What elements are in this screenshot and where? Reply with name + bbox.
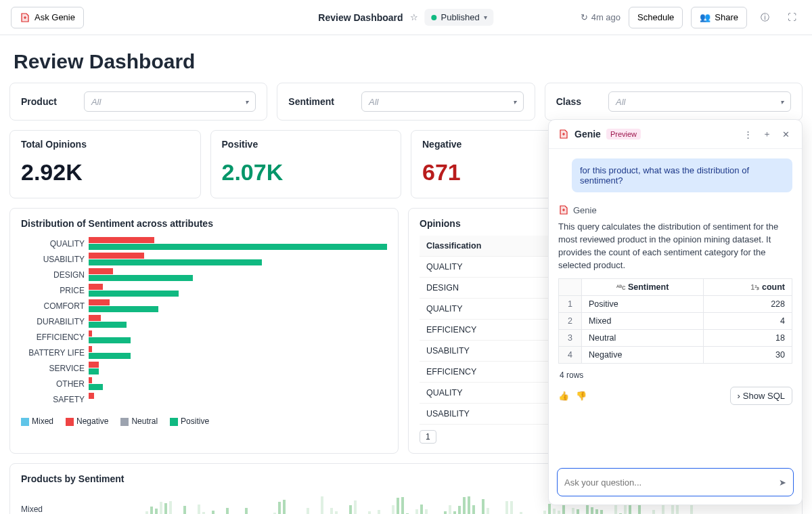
bar-segment: [89, 322, 127, 328]
bar-row: DESIGN: [21, 267, 387, 282]
bar-segment: [89, 284, 103, 290]
legend-item: Mixed: [21, 416, 53, 426]
filter-select[interactable]: All▾: [361, 91, 524, 112]
filter-card: Sentiment All▾: [277, 83, 535, 121]
filter-label: Sentiment: [288, 96, 334, 107]
stat-value: 2.92K: [21, 159, 189, 186]
genie-icon: [558, 205, 569, 215]
distribution-title: Distribution of Sentiment across attribu…: [21, 218, 387, 229]
legend-swatch: [66, 418, 74, 426]
filters-row: Product All▾Sentiment All▾Class All▾: [9, 83, 803, 121]
bar-segment: [89, 237, 154, 243]
ask-genie-button[interactable]: Ask Genie: [11, 7, 84, 28]
refresh-ago-label: 4m ago: [591, 12, 621, 22]
chevron-down-icon: ▾: [780, 98, 784, 106]
filter-card: Product All▾: [9, 83, 267, 121]
bar-category: DURABILITY: [21, 317, 89, 326]
schedule-button[interactable]: Schedule: [629, 7, 683, 28]
bar-segment: [89, 275, 193, 281]
bar-segment: [89, 353, 131, 359]
bar-row: OTHER: [21, 376, 387, 391]
refresh-icon: ↻: [581, 12, 588, 22]
bar-segment: [89, 268, 113, 274]
bar-row: EFFICIENCY: [21, 329, 387, 345]
genie-input-wrap: ➤: [549, 460, 802, 505]
bar-segment: [89, 291, 179, 297]
bar-segment: [89, 315, 101, 321]
bar-segment: [89, 384, 103, 390]
thumbs-up-icon[interactable]: 👍: [558, 391, 569, 401]
bar-category: SAFETY: [21, 395, 89, 404]
genie-input[interactable]: [564, 477, 779, 488]
filter-select[interactable]: All▾: [84, 91, 256, 112]
bar-row: SAFETY: [21, 391, 387, 407]
bar-segment: [89, 337, 131, 343]
products-row-label: Mixed: [21, 491, 75, 514]
topbar-right: ↻ 4m ago Schedule 👥 Share ⓘ ⛶: [581, 7, 801, 28]
bar-segment: [89, 377, 92, 383]
main-content: Review Dashboard Product All▾Sentiment A…: [0, 35, 812, 514]
send-icon[interactable]: ➤: [779, 477, 786, 488]
bar-row: DURABILITY: [21, 314, 387, 329]
close-icon[interactable]: ✕: [779, 129, 792, 140]
table-row[interactable]: 4Negative30: [559, 347, 792, 364]
bar-category: SERVICE: [21, 364, 89, 373]
legend-item: Positive: [170, 416, 209, 426]
bar-segment: [89, 244, 387, 250]
filter-label: Product: [21, 96, 57, 107]
preview-badge: Preview: [606, 129, 641, 140]
table-row[interactable]: 1Positive228: [559, 296, 792, 313]
bar-row: PRICE: [21, 282, 387, 298]
bar-category: USABILITY: [21, 255, 89, 264]
distribution-chart: QUALITYUSABILITYDESIGNPRICECOMFORTDURABI…: [21, 236, 387, 407]
table-header: 1²₃ count: [704, 279, 792, 296]
share-button[interactable]: 👥 Share: [691, 7, 747, 28]
bar-category: COMFORT: [21, 301, 89, 311]
user-message: for this product, what was the distribut…: [572, 158, 792, 192]
bar-segment: [89, 346, 92, 352]
legend-swatch: [170, 418, 178, 426]
bar-row: USABILITY: [21, 251, 387, 267]
legend-item: Negative: [66, 416, 108, 426]
refresh-ago[interactable]: ↻ 4m ago: [581, 12, 621, 22]
table-row[interactable]: 2Mixed4: [559, 313, 792, 330]
bot-name: Genie: [573, 205, 597, 215]
page-title: Review Dashboard: [14, 50, 798, 73]
genie-header: Genie Preview ⋮ ＋ ✕: [549, 120, 802, 149]
bar-category: BATTERY LIFE: [21, 348, 89, 358]
thumbs-down-icon[interactable]: 👎: [576, 391, 587, 401]
add-icon[interactable]: ＋: [760, 128, 773, 140]
page-number[interactable]: 1: [420, 430, 436, 444]
bar-row: QUALITY: [21, 236, 387, 251]
more-icon[interactable]: ⋮: [741, 129, 754, 140]
status-label: Published: [441, 12, 480, 22]
show-sql-button[interactable]: › Show SQL: [730, 387, 793, 405]
distribution-panel: Distribution of Sentiment across attribu…: [9, 208, 399, 454]
bar-segment: [89, 299, 110, 305]
filter-card: Class All▾: [545, 83, 803, 121]
genie-result-table: ᴬᴮc Sentiment 1²₃ count1Positive2282Mixe…: [558, 278, 792, 364]
chevron-down-icon: ▾: [513, 98, 516, 106]
stat-value: 2.07K: [222, 159, 390, 186]
filter-select[interactable]: All▾: [608, 91, 791, 112]
table-row[interactable]: 3Neutral18: [559, 330, 792, 347]
fullscreen-icon[interactable]: ⛶: [782, 8, 801, 27]
table-header: ᴬᴮc Sentiment: [582, 279, 704, 296]
bot-label: Genie: [558, 203, 792, 221]
bar-segment: [89, 306, 158, 312]
bot-response: This query calculates the distribution o…: [558, 221, 792, 272]
genie-name: Genie: [574, 129, 601, 140]
info-icon[interactable]: ⓘ: [755, 8, 774, 27]
legend-swatch: [21, 418, 29, 426]
bar-row: BATTERY LIFE: [21, 345, 387, 360]
star-icon[interactable]: ☆: [410, 12, 418, 22]
genie-input-box: ➤: [557, 468, 794, 496]
stat-card: Total Opinions 2.92K: [9, 130, 201, 198]
stat-label: Total Opinions: [21, 139, 189, 150]
published-status-dropdown[interactable]: Published ▾: [425, 9, 494, 26]
filter-label: Class: [556, 96, 581, 107]
row-count: 4 rows: [558, 368, 792, 387]
bar-row: SERVICE: [21, 360, 387, 376]
bar-segment: [89, 362, 99, 368]
bar-segment: [89, 368, 99, 374]
